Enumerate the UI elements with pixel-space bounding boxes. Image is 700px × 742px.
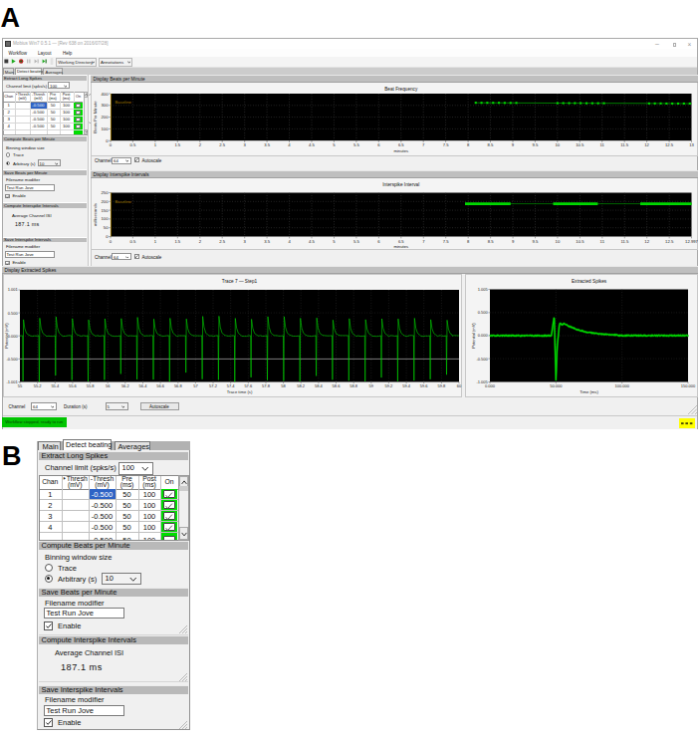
svg-text:Potential (mV): Potential (mV) [471,323,476,349]
svg-text:55: 55 [18,383,23,388]
svg-text:4: 4 [288,239,291,244]
svg-text:8: 8 [467,142,470,147]
svg-text:12: 12 [644,239,649,244]
svg-text:4.5: 4.5 [309,239,315,244]
svg-text:6.5: 6.5 [398,239,404,244]
svg-text:-0.500: -0.500 [476,357,488,362]
svg-text:56: 56 [106,383,111,388]
svg-text:55.4: 55.4 [51,383,60,388]
svg-text:8.5: 8.5 [488,239,494,244]
svg-text:minutes: minutes [393,244,408,249]
svg-text:59.6: 59.6 [420,383,429,388]
svg-text:58.6: 58.6 [333,383,342,388]
svg-text:0: 0 [110,142,113,147]
svg-text:Potential (mV): Potential (mV) [5,323,10,349]
svg-text:59: 59 [369,383,374,388]
svg-text:10: 10 [555,142,560,147]
svg-text:5: 5 [333,239,336,244]
svg-text:Interspike Interval: Interspike Interval [382,182,419,187]
svg-text:Baseline: Baseline [116,100,132,105]
svg-text:59.4: 59.4 [402,383,411,388]
svg-text:57: 57 [193,383,198,388]
svg-text:0.000: 0.000 [478,333,489,338]
svg-text:12: 12 [644,142,649,147]
svg-text:9: 9 [512,239,515,244]
svg-text:100: 100 [102,126,110,131]
svg-text:10.5: 10.5 [576,239,584,244]
svg-text:57.8: 57.8 [262,383,271,388]
svg-text:59.8: 59.8 [438,383,447,388]
svg-text:60: 60 [457,383,462,388]
svg-text:1.001: 1.001 [8,287,19,292]
svg-text:7.5: 7.5 [443,142,449,147]
svg-text:1.005: 1.005 [478,287,489,292]
svg-text:4.5: 4.5 [309,142,315,147]
svg-text:6.5: 6.5 [398,142,404,147]
svg-text:55.2: 55.2 [34,383,43,388]
svg-text:5.5: 5.5 [353,142,359,147]
svg-text:0.5: 0.5 [129,239,135,244]
svg-text:10.5: 10.5 [576,142,584,147]
svg-text:150: 150 [102,208,110,213]
svg-text:11.5: 11.5 [620,239,629,244]
svg-text:9.5: 9.5 [533,239,539,244]
svg-text:0: 0 [106,234,109,239]
svg-text:9: 9 [512,142,515,147]
svg-text:56.8: 56.8 [174,383,183,388]
svg-text:8.5: 8.5 [488,142,494,147]
svg-text:2.5: 2.5 [219,142,225,147]
svg-text:3.5: 3.5 [264,239,270,244]
svg-text:56.4: 56.4 [139,383,148,388]
svg-text:56.2: 56.2 [121,383,130,388]
svg-text:6: 6 [377,142,380,147]
svg-text:0.000: 0.000 [485,383,496,388]
svg-text:58.2: 58.2 [297,383,306,388]
svg-text:50.000: 50.000 [550,383,563,388]
svg-text:100: 100 [102,216,110,221]
svg-text:-1.001: -1.001 [6,379,18,384]
svg-text:-0.500: -0.500 [6,357,18,362]
svg-text:55.6: 55.6 [69,383,78,388]
svg-text:9.5: 9.5 [532,142,538,147]
svg-text:0.500: 0.500 [478,310,489,315]
svg-text:56.6: 56.6 [156,383,165,388]
svg-text:Beats Per Minute: Beats Per Minute [93,101,98,133]
svg-text:Baseline: Baseline [116,199,132,204]
svg-text:400: 400 [102,92,110,97]
svg-text:2: 2 [199,142,202,147]
svg-text:2.5: 2.5 [219,239,225,244]
svg-text:57.2: 57.2 [209,383,218,388]
svg-text:13: 13 [689,142,694,147]
svg-text:12.5: 12.5 [665,142,674,147]
svg-text:Trace time (s): Trace time (s) [227,389,253,394]
svg-text:milliseconds: milliseconds [93,203,98,226]
svg-text:11: 11 [600,142,605,147]
svg-text:12.997: 12.997 [685,239,697,244]
svg-text:58.8: 58.8 [350,383,358,388]
svg-text:1.5: 1.5 [174,239,180,244]
svg-text:0.5: 0.5 [129,142,135,147]
svg-text:250: 250 [102,190,110,195]
svg-text:200: 200 [102,115,110,120]
svg-text:3.5: 3.5 [264,142,270,147]
svg-text:57.6: 57.6 [244,383,253,388]
svg-text:11.5: 11.5 [620,142,629,147]
svg-text:100.000: 100.000 [614,383,629,388]
svg-text:7: 7 [422,142,425,147]
svg-text:10: 10 [556,239,561,244]
svg-text:8: 8 [467,239,470,244]
svg-text:58.4: 58.4 [315,383,324,388]
svg-text:0: 0 [110,239,113,244]
svg-text:7: 7 [422,239,425,244]
svg-text:1: 1 [154,142,157,147]
svg-text:50: 50 [104,225,109,230]
svg-text:Beat Frequency: Beat Frequency [384,87,418,92]
svg-text:2: 2 [199,239,202,244]
svg-text:0: 0 [106,138,109,143]
svg-text:3: 3 [244,239,247,244]
svg-text:59.2: 59.2 [385,383,394,388]
svg-text:150.000: 150.000 [681,383,696,388]
svg-text:6: 6 [377,239,380,244]
svg-text:4: 4 [288,142,291,147]
svg-text:Trace 7 — Step1: Trace 7 — Step1 [222,279,258,284]
